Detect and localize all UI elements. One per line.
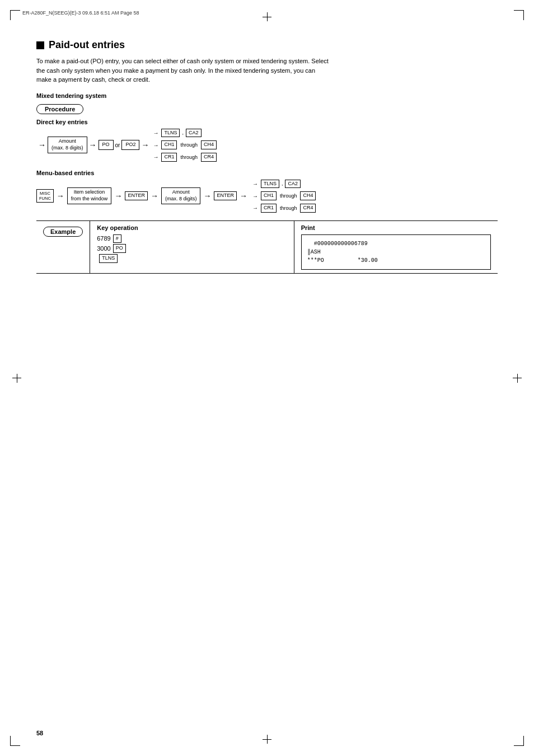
or-text: or bbox=[115, 142, 120, 148]
crosshair-bottom bbox=[263, 735, 271, 744]
direct-heading: Direct key entries bbox=[36, 119, 498, 125]
start-arrow: → bbox=[38, 141, 46, 149]
menu-ca2-box: CA2 bbox=[285, 180, 301, 189]
menu-tlns-box: TLNS bbox=[261, 180, 279, 189]
enter-box-1: ENTER bbox=[125, 191, 148, 200]
procedure-badge: Procedure bbox=[36, 104, 83, 114]
keyop-row-1: 6789 # bbox=[97, 234, 287, 243]
keyop-num-2: 3000 bbox=[97, 245, 110, 252]
menu-arrow-1: → bbox=[57, 192, 64, 200]
print-col: Print #000000000006789 ║ASH ***PO *30.00 bbox=[294, 221, 498, 273]
header-text: ER-A280F_N(SEEG)(E)-3 09.6.18 6:51 AM Pa… bbox=[22, 10, 139, 16]
crosshair-left bbox=[12, 374, 21, 383]
print-line-2: ║ASH bbox=[307, 248, 485, 256]
keyop-num-1: 6789 bbox=[97, 235, 110, 242]
menu-arrow-3: → bbox=[151, 192, 158, 200]
menu-arrow-4: → bbox=[203, 192, 211, 200]
menu-through-1: through bbox=[280, 193, 297, 199]
corner-mark-bl bbox=[10, 736, 20, 746]
print-line-1: #000000000006789 bbox=[307, 240, 485, 248]
menu-branch-3-arrow: → bbox=[252, 205, 258, 211]
branch-3: → CR1 through CR4 bbox=[153, 153, 217, 162]
keyop-col: Key operation 6789 # 3000 PO TLNS bbox=[90, 221, 294, 273]
item-selection-box: Item selection from the window bbox=[67, 187, 112, 204]
mixed-heading: Mixed tendering system bbox=[36, 92, 498, 99]
menu-cr4-box: CR4 bbox=[300, 204, 316, 213]
example-col: Example bbox=[36, 221, 90, 273]
body-line-1: To make a paid-out (PO) entry, you can s… bbox=[36, 58, 329, 64]
corner-mark-tl bbox=[10, 10, 20, 20]
crosshair-right bbox=[513, 374, 522, 383]
menu-flow: MISC FUNC → Item selection from the wind… bbox=[36, 180, 498, 213]
branch-1-arrow: → bbox=[153, 130, 158, 136]
body-text: To make a paid-out (PO) entry, you can s… bbox=[36, 57, 498, 84]
menu-branch-1-arrow: → bbox=[252, 181, 258, 187]
ca2-box: CA2 bbox=[186, 129, 202, 138]
ch4-box: CH4 bbox=[201, 140, 217, 149]
keyop-key-1: # bbox=[113, 234, 121, 243]
example-section: Example Key operation 6789 # 3000 PO TLN… bbox=[36, 220, 498, 274]
menu-branch-2-arrow: → bbox=[252, 193, 258, 199]
corner-mark-tr bbox=[514, 10, 524, 20]
misc-line2: FUNC bbox=[39, 196, 51, 201]
keyop-row-3: TLNS bbox=[97, 254, 287, 263]
header-bar: ER-A280F_N(SEEG)(E)-3 09.6.18 6:51 AM Pa… bbox=[22, 10, 512, 16]
keyop-key-3: TLNS bbox=[99, 254, 118, 263]
through-2: through bbox=[180, 154, 198, 160]
branch-2: → CH1 through CH4 bbox=[153, 140, 217, 149]
po2-box: PO2 bbox=[121, 140, 139, 150]
menu-comma-1: , bbox=[282, 181, 283, 186]
keyop-row-2: 3000 PO bbox=[97, 244, 287, 253]
menu-arrow-5: → bbox=[240, 192, 247, 200]
menu-ch4-box: CH4 bbox=[300, 191, 316, 200]
arrow-1: → bbox=[89, 141, 97, 149]
branch-container: → TLNS , CA2 → CH1 through CH4 → CR1 thr… bbox=[153, 129, 217, 162]
tlns-box: TLNS bbox=[161, 129, 180, 138]
branch-1: → TLNS , CA2 bbox=[153, 129, 217, 138]
item-line1: Item selection bbox=[71, 189, 108, 196]
po-box: PO bbox=[99, 140, 114, 150]
example-badge: Example bbox=[43, 227, 83, 237]
direct-flow: → Amount (max. 8 digits) → PO or PO2 → →… bbox=[36, 129, 498, 162]
ch1-box: CH1 bbox=[161, 140, 177, 149]
page-title: Paid-out entries bbox=[49, 39, 125, 51]
menu-through-2: through bbox=[280, 205, 297, 211]
menu-amount-line1: Amount bbox=[165, 189, 197, 196]
print-line-3: ***PO *30.00 bbox=[307, 256, 485, 265]
menu-arrow-2: → bbox=[114, 192, 122, 200]
cr4-box: CR4 bbox=[201, 153, 217, 162]
comma-1: , bbox=[182, 130, 184, 135]
menu-heading: Menu-based entries bbox=[36, 170, 498, 176]
main-content: Paid-out entries To make a paid-out (PO)… bbox=[36, 39, 498, 274]
amount-box: Amount (max. 8 digits) bbox=[48, 137, 87, 153]
arrow-2: → bbox=[141, 141, 149, 149]
page-title-row: Paid-out entries bbox=[36, 39, 498, 51]
misc-func-box: MISC FUNC bbox=[36, 189, 54, 203]
keyop-key-2: PO bbox=[113, 244, 126, 253]
branch-3-arrow: → bbox=[153, 154, 158, 160]
menu-branch-3: → CR1 through CR4 bbox=[252, 204, 316, 213]
corner-mark-br bbox=[514, 736, 524, 746]
menu-ch1-box: CH1 bbox=[261, 191, 277, 200]
cr1-box: CR1 bbox=[161, 153, 177, 162]
page-number: 58 bbox=[36, 730, 43, 736]
menu-branch-container: → TLNS , CA2 → CH1 through CH4 → CR1 thr… bbox=[252, 180, 316, 213]
misc-line1: MISC bbox=[39, 191, 51, 196]
menu-cr1-box: CR1 bbox=[261, 204, 277, 213]
print-box: #000000000006789 ║ASH ***PO *30.00 bbox=[301, 234, 491, 270]
menu-branch-2: → CH1 through CH4 bbox=[252, 191, 316, 200]
body-line-3: make a payment by cash, check or credit. bbox=[36, 76, 150, 83]
menu-amount-line2: (max. 8 digits) bbox=[165, 196, 197, 203]
print-header: Print bbox=[301, 224, 491, 231]
body-line-2: the cash only system when you make a pay… bbox=[36, 67, 315, 74]
keyop-header: Key operation bbox=[97, 224, 287, 231]
through-1: through bbox=[180, 142, 198, 148]
enter-box-2: ENTER bbox=[214, 191, 237, 200]
item-line2: from the window bbox=[71, 196, 108, 203]
title-square-icon bbox=[36, 41, 44, 49]
amount-line1: Amount bbox=[51, 138, 83, 145]
menu-branch-1: → TLNS , CA2 bbox=[252, 180, 316, 189]
branch-2-arrow: → bbox=[153, 142, 158, 148]
menu-amount-box: Amount (max. 8 digits) bbox=[161, 187, 201, 204]
amount-line2: (max. 8 digits) bbox=[51, 145, 83, 152]
